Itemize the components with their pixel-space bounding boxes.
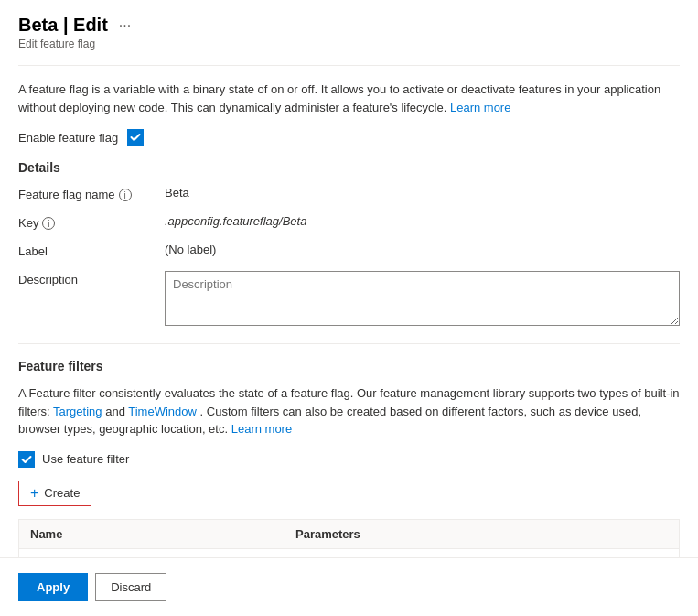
key-info-icon[interactable]: i — [42, 217, 55, 230]
use-filter-row: Use feature filter — [18, 451, 680, 468]
label-field-value: (No label) — [165, 243, 680, 258]
use-feature-filter-checkbox[interactable] — [18, 451, 35, 468]
page-title: Beta | Edit — [18, 15, 108, 36]
divider-top — [18, 65, 680, 66]
intro-learn-more-link[interactable]: Learn more — [450, 101, 510, 114]
feature-flag-name-info-icon[interactable]: i — [119, 189, 132, 201]
feature-flag-name-value: Beta — [165, 186, 680, 201]
table-header: Name Parameters — [19, 520, 679, 549]
intro-text: A feature flag is a variable with a bina… — [18, 81, 680, 116]
create-button[interactable]: + Create — [18, 481, 91, 506]
table-header-actions — [624, 520, 679, 548]
discard-button[interactable]: Discard — [95, 573, 166, 601]
enable-feature-flag-checkbox[interactable] — [127, 129, 144, 146]
key-value: .appconfig.featureflag/Beta — [165, 214, 680, 230]
feature-flag-name-label: Feature flag name i — [18, 186, 165, 201]
ellipsis-menu-button[interactable]: ··· — [115, 16, 134, 36]
create-button-label: Create — [44, 486, 80, 500]
description-input-wrapper — [165, 271, 680, 329]
description-textarea[interactable] — [165, 271, 680, 326]
enable-feature-flag-label: Enable feature flag — [18, 131, 118, 145]
apply-button[interactable]: Apply — [18, 573, 88, 601]
feature-filters-section-title: Feature filters — [18, 359, 680, 373]
table-header-parameters: Parameters — [285, 520, 624, 548]
create-plus-icon: + — [30, 486, 38, 501]
label-field-label: Label — [18, 243, 165, 258]
description-label: Description — [18, 271, 165, 329]
key-label: Key i — [18, 214, 165, 230]
details-section-title: Details — [18, 160, 680, 175]
table-header-name: Name — [19, 520, 285, 548]
details-grid: Feature flag name i Beta Key i .appconfi… — [18, 186, 680, 329]
footer: Apply Discard — [0, 557, 698, 616]
feature-filter-learn-more-link[interactable]: Learn more — [231, 422, 292, 436]
divider-mid — [18, 343, 680, 344]
use-feature-filter-label: Use feature filter — [42, 452, 129, 466]
feature-filter-description: A Feature filter consistently evaluates … — [18, 384, 680, 438]
page-subtitle: Edit feature flag — [18, 38, 680, 50]
